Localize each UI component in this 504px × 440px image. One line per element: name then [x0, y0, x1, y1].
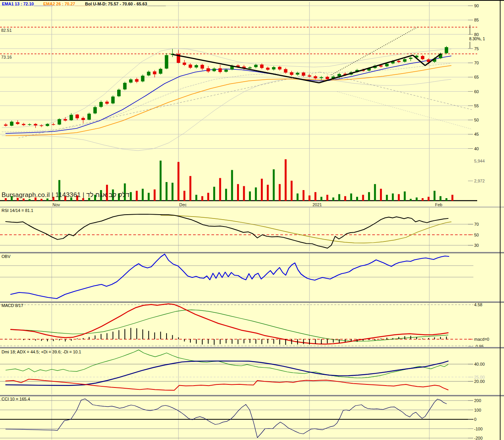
rsi-average-line — [161, 215, 451, 243]
candle-body — [99, 102, 103, 107]
adx-line — [6, 361, 448, 386]
candle-body — [248, 67, 252, 68]
macd-histogram-bar — [375, 339, 375, 340]
x-axis-label-nov: Nov — [52, 202, 60, 207]
axis-tick-label: 40.00 — [474, 362, 485, 366]
macd-histogram-bar — [255, 339, 256, 344]
macd-histogram-bar — [237, 339, 238, 344]
volume-bar — [314, 192, 316, 201]
candle-body — [445, 47, 448, 53]
candle-body — [22, 124, 25, 125]
macd-histogram-bar — [333, 339, 334, 343]
volume-bar — [350, 194, 352, 201]
macd-histogram-bar — [71, 339, 72, 341]
macd-histogram-bar — [303, 339, 304, 344]
macd-histogram-bar — [124, 329, 125, 339]
bollinger-readout: Bol U-M-D: 75.57 - 70.60 - 65.63________ — [85, 2, 166, 6]
chart-canvas[interactable]: 90858075706560555045405,9442,9727050304.… — [0, 1, 504, 440]
rsi-line — [6, 214, 448, 248]
regression-dashed-line — [18, 72, 320, 138]
macd-histogram-bar — [440, 337, 441, 339]
macd-histogram-bar — [244, 339, 244, 343]
candle-body — [105, 102, 109, 103]
macd-histogram-bar — [404, 336, 405, 339]
volume-bar — [428, 197, 430, 201]
axis-tick-label: -200 — [474, 436, 483, 440]
volume-bar — [243, 186, 245, 201]
macd-histogram-bar — [166, 333, 167, 339]
candle-body — [82, 118, 85, 120]
macd-histogram-bar — [95, 335, 95, 339]
volume-bar — [29, 199, 31, 201]
macd-histogram-bar — [291, 339, 292, 344]
candle-body — [409, 58, 412, 59]
volume-bar — [165, 182, 167, 201]
volume-bar — [279, 184, 281, 201]
volume-bar — [183, 191, 185, 201]
panel-separator[interactable] — [0, 207, 504, 207]
macd-panel-label: MACD 8/17 — [2, 303, 23, 308]
candle-body — [213, 69, 216, 71]
volume-bar — [148, 193, 150, 201]
macd-histogram-bar — [17, 339, 18, 340]
macd-histogram-bar — [339, 339, 340, 343]
macd-histogram-bar — [89, 337, 90, 339]
resistance-level-label: 82.51 — [1, 28, 12, 33]
volume-bar — [154, 189, 155, 201]
volume-bar — [231, 170, 233, 201]
candle-body — [260, 64, 263, 68]
percent-change-annotation: 8.30%, 1 — [469, 36, 485, 41]
candle-body — [314, 76, 317, 78]
macd-histogram-bar — [232, 339, 232, 344]
watermark: Bursagraph.co.il | 1143361 | דלק קב אגח … — [2, 191, 129, 199]
axis-tick-label: 30 — [474, 243, 479, 248]
macd-histogram-bar — [35, 339, 36, 341]
candle-body — [75, 115, 79, 118]
volume-bar — [190, 176, 191, 201]
volume-bar — [422, 198, 424, 201]
panel-separator[interactable] — [0, 252, 504, 253]
macd-histogram-bar — [118, 330, 119, 339]
axis-tick-label: 50 — [474, 118, 479, 122]
candle-body — [117, 90, 121, 96]
macd-histogram-bar — [178, 337, 179, 339]
volume-bar — [344, 196, 346, 201]
minus-di-line — [6, 379, 448, 390]
volume-bar — [267, 185, 269, 201]
volume-bar — [195, 195, 197, 201]
regression-extension-line — [320, 72, 472, 110]
volume-bar — [434, 191, 435, 201]
candle-body — [224, 70, 228, 72]
macd-histogram-bar — [131, 328, 131, 339]
candle-body — [326, 77, 329, 79]
macd-histogram-bar — [297, 339, 298, 345]
axis-tick-label: 70 — [474, 61, 479, 65]
volume-bar — [338, 194, 340, 201]
macd-histogram-bar — [351, 339, 352, 341]
candle-body — [123, 83, 127, 89]
axis-tick-label: 85 — [474, 18, 479, 22]
panel-separator[interactable] — [0, 395, 504, 396]
axis-tick-label: 70 — [474, 222, 479, 227]
cci-panel-label: CCI 10 = 165.4 — [2, 397, 30, 401]
candle-body — [278, 67, 281, 69]
axis-tick-label: 25.00 — [474, 375, 485, 379]
volume-bar — [130, 192, 132, 201]
chart-window: 90858075706560555045405,9442,9727050304.… — [0, 0, 504, 440]
panel-separator[interactable] — [0, 301, 504, 303]
panel-separator[interactable] — [0, 347, 504, 348]
candle-body — [93, 107, 97, 113]
candle-body — [111, 97, 115, 103]
macd-histogram-bar — [53, 339, 54, 341]
macd-histogram-bar — [154, 332, 155, 339]
candle-body — [272, 67, 275, 69]
volume-bar — [386, 195, 388, 201]
macd-histogram-bar — [65, 339, 66, 341]
volume-bar — [219, 178, 221, 201]
macd-histogram-bar — [101, 334, 101, 339]
volume-bar — [332, 197, 334, 201]
volume-bar — [207, 193, 209, 201]
macd-histogram-bar — [220, 339, 221, 344]
volume-bar — [255, 187, 257, 201]
macd-histogram-bar — [11, 339, 12, 340]
